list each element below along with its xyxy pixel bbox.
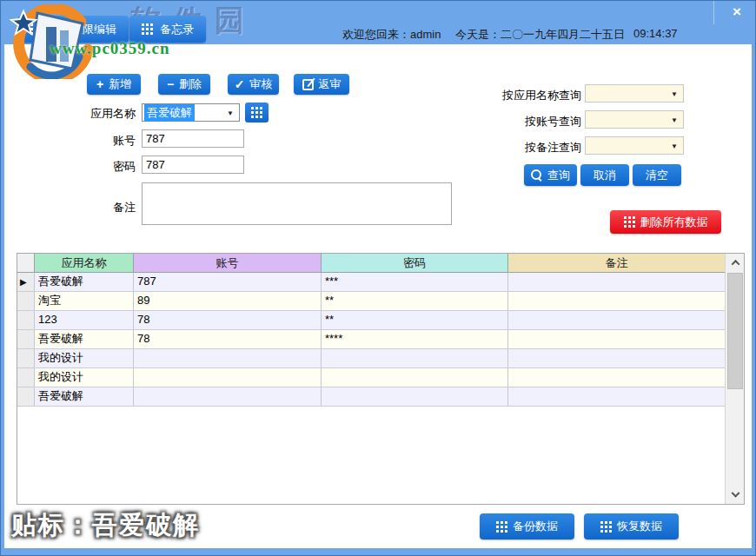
table-row[interactable]: 吾爱破解78**** [17,330,744,349]
search-button[interactable]: 查询 [524,164,577,186]
cell-app[interactable]: 我的设计 [35,349,134,367]
close-button[interactable]: × [724,2,750,23]
tab-label: 备忘录 [160,22,194,37]
query-by-app-combobox[interactable]: ▼ [585,84,684,103]
header-remark[interactable]: 备注 [508,254,726,273]
chevron-down-icon [731,488,739,497]
chevron-down-icon: ▼ [671,116,678,123]
account-input[interactable] [142,129,244,148]
cell-password[interactable] [322,349,508,367]
table-row[interactable]: ▶吾爱破解787*** [17,273,744,292]
cell-app[interactable]: 123 [35,311,134,329]
app-name-selected-value: 吾爱破解 [144,104,195,122]
header-app-name[interactable]: 应用名称 [35,254,134,273]
app-window: 软件园 用户权限编辑 备忘录 欢迎您回来：admin 今天是：二〇一九年四月二十… [0,0,756,556]
cell-remark[interactable] [508,349,726,367]
cell-account[interactable]: 89 [134,292,322,310]
query-by-remark-combobox[interactable]: ▼ [585,136,684,155]
scroll-up-button[interactable] [726,254,745,271]
cell-account[interactable]: 78 [134,330,322,348]
edit-icon [302,79,314,90]
header-account[interactable]: 账号 [134,254,322,273]
chevron-down-icon: ▼ [671,89,678,97]
cell-account[interactable] [134,349,322,367]
grid-icon [142,23,153,35]
row-selector[interactable] [17,349,35,367]
scroll-down-button[interactable] [726,486,745,504]
data-table: 应用名称 账号 密码 备注 ▶吾爱破解787***淘宝89**12378**吾爱… [17,253,745,505]
cell-remark[interactable] [508,292,726,310]
cell-account[interactable] [134,368,322,387]
query-by-app-label: 按应用名称查询 [453,88,581,103]
sticker-label: 贴标：吾爱破解 [11,508,200,543]
account-label: 账号 [85,133,136,149]
app-name-label: 应用名称 [85,106,136,122]
row-selector[interactable] [17,330,35,348]
app-name-list-button[interactable] [245,103,269,122]
app-name-combobox[interactable]: 吾爱破解 ▼ [142,103,240,122]
grid-icon [624,216,635,228]
cell-app[interactable]: 吾爱破解 [35,273,134,291]
cell-password[interactable]: ** [322,311,508,329]
row-selector[interactable] [17,387,35,406]
titlebar-divider [713,1,714,24]
cell-password[interactable] [322,387,508,406]
date-text: 今天是：二〇一九年四月二十五日 [455,27,625,43]
cell-remark[interactable] [508,273,726,291]
backup-data-button[interactable]: 备份数据 [480,513,574,539]
welcome-text: 欢迎您回来：admin [342,27,441,43]
row-selector[interactable] [17,311,35,329]
audit-button[interactable]: ✓ 审核 [228,74,279,95]
row-selector[interactable]: ▶ [17,273,35,291]
table-row[interactable]: 淘宝89** [17,292,744,311]
cell-password[interactable]: ** [322,292,508,310]
table-row[interactable]: 12378** [17,311,744,330]
row-selector[interactable] [17,292,35,310]
cell-app[interactable]: 吾爱破解 [35,387,134,406]
cell-account[interactable] [134,387,322,406]
table-body: ▶吾爱破解787***淘宝89**12378**吾爱破解78****我的设计我的… [17,273,744,407]
cell-remark[interactable] [508,330,726,348]
row-selector[interactable] [17,368,35,387]
scrollbar-thumb[interactable] [727,273,743,389]
password-input[interactable] [142,156,244,174]
password-label: 密码 [85,159,136,175]
remark-textarea[interactable] [142,182,452,225]
delete-all-button[interactable]: 删除所有数据 [610,210,721,234]
grid-icon [496,521,507,533]
cell-app[interactable]: 我的设计 [35,368,134,387]
minus-icon: − [167,78,174,90]
return-audit-button[interactable]: 返审 [294,74,349,95]
table-row[interactable]: 我的设计 [17,349,744,368]
header-password[interactable]: 密码 [322,254,508,273]
table-scrollbar[interactable] [725,254,744,504]
query-by-remark-label: 按备注查询 [453,140,581,156]
delete-button[interactable]: − 删除 [158,74,210,95]
table-row[interactable]: 我的设计 [17,368,744,387]
restore-data-button[interactable]: 恢复数据 [584,513,679,539]
clear-button[interactable]: 清空 [633,164,681,186]
check-icon: ✓ [235,78,245,90]
chevron-down-icon: ▼ [227,109,234,116]
query-by-account-label: 按账号查询 [453,114,581,129]
cell-account[interactable]: 787 [134,273,322,291]
time-text: 09:14:37 [633,27,678,40]
remark-label: 备注 [85,200,136,215]
cell-remark[interactable] [508,368,726,387]
query-by-account-combobox[interactable]: ▼ [585,110,684,129]
table-row[interactable]: 吾爱破解 [17,387,744,407]
cell-password[interactable]: *** [322,273,508,291]
watermark-url: www.pc0359.cn [50,39,170,58]
cancel-button[interactable]: 取消 [580,164,629,186]
grid-icon [251,107,262,118]
cell-app[interactable]: 吾爱破解 [35,330,134,348]
cell-password[interactable] [322,368,508,387]
cell-remark[interactable] [508,311,726,329]
cell-account[interactable]: 78 [134,311,322,329]
chevron-down-icon: ▼ [671,142,678,149]
cell-password[interactable]: **** [322,330,508,348]
cell-remark[interactable] [508,387,726,406]
cell-app[interactable]: 淘宝 [35,292,134,310]
table-header-row: 应用名称 账号 密码 备注 [17,254,744,273]
header-selector [17,254,35,273]
